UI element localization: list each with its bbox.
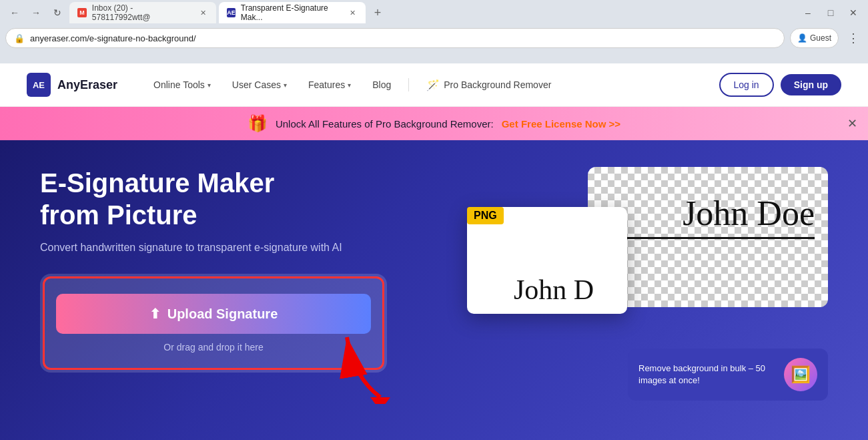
close-window-button[interactable]: ✕: [844, 3, 863, 22]
signature-text-front: John D: [514, 274, 594, 306]
url-text: anyeraser.com/e-signature-no-background/: [30, 33, 776, 43]
reload-button[interactable]: ↻: [48, 3, 67, 22]
chevron-down-icon: ▾: [348, 81, 351, 89]
tab-anyeraser-close[interactable]: ✕: [348, 7, 358, 18]
arrow-indicator: [327, 324, 394, 407]
chevron-down-icon: ▾: [207, 81, 211, 89]
back-button[interactable]: ←: [5, 3, 24, 22]
arrow-svg: [327, 324, 394, 404]
bulk-popup: Remove background in bulk – 50 images at…: [628, 349, 828, 401]
tab-gmail-label: Inbox (20) - 578117992wtt@: [92, 3, 192, 22]
svg-marker-1: [370, 397, 390, 404]
nav-blog[interactable]: Blog: [363, 74, 400, 95]
promo-banner: 🎁 Unlock All Features of Pro Background …: [0, 107, 868, 140]
logo-icon: AE: [27, 73, 51, 97]
upload-signature-button[interactable]: ⬆ Upload Signature: [56, 294, 371, 334]
profile-button[interactable]: 👤 Guest: [790, 28, 839, 48]
bulk-popup-text: Remove background in bulk – 50 images at…: [638, 363, 776, 387]
brand-name: AnyEraser: [57, 78, 117, 92]
new-tab-button[interactable]: +: [368, 3, 387, 22]
hero-subtitle: Convert handwritten signature to transpa…: [40, 242, 387, 254]
bulk-popup-icon: 🖼️: [784, 358, 817, 391]
maximize-button[interactable]: □: [821, 3, 840, 22]
title-bar: ← → ↻ M Inbox (20) - 578117992wtt@ ✕ AE …: [0, 0, 868, 25]
nav-pro-remover[interactable]: 🪄 Pro Background Remover: [417, 73, 560, 97]
ae-favicon: AE: [227, 8, 236, 17]
tab-anyeraser-label: Transparent E-Signature Mak...: [241, 3, 343, 22]
banner-close-button[interactable]: ✕: [847, 116, 857, 131]
wand-icon: 🪄: [426, 79, 440, 91]
browser-menu-button[interactable]: ⋮: [844, 29, 863, 47]
forward-button[interactable]: →: [27, 3, 45, 22]
png-badge: PNG: [467, 207, 504, 224]
nav-actions: Log in Sign up: [719, 73, 841, 97]
address-bar[interactable]: 🔒 anyeraser.com/e-signature-no-backgroun…: [5, 28, 785, 48]
promo-link[interactable]: Get Free License Now >>: [502, 118, 620, 130]
hero-title: E-Signature Makerfrom Picture: [40, 167, 387, 231]
nav-user-cases[interactable]: User Cases ▾: [223, 74, 296, 95]
tab-gmail-close[interactable]: ✕: [197, 7, 208, 18]
drag-drop-text: Or drag and drop it here: [163, 342, 263, 353]
tab-gmail[interactable]: M Inbox (20) - 578117992wtt@ ✕: [69, 2, 216, 23]
website-content: AE AnyEraser Online Tools ▾ User Cases ▾…: [0, 63, 868, 440]
profile-icon: 👤: [797, 33, 807, 43]
promo-text: Unlock All Features of Pro Background Re…: [276, 118, 494, 130]
login-button[interactable]: Log in: [719, 73, 774, 97]
navbar: AE AnyEraser Online Tools ▾ User Cases ▾…: [0, 63, 868, 107]
nav-divider: [408, 78, 409, 91]
upload-icon: ⬆: [149, 306, 161, 322]
upload-button-label: Upload Signature: [167, 306, 278, 322]
signup-button[interactable]: Sign up: [781, 74, 841, 95]
hero-right: John Doe PNG John D Remove background in…: [427, 167, 828, 407]
address-bar-row: 🔒 anyeraser.com/e-signature-no-backgroun…: [0, 25, 868, 51]
signature-underline: [614, 237, 815, 239]
browser-chrome: ← → ↻ M Inbox (20) - 578117992wtt@ ✕ AE …: [0, 0, 868, 63]
profile-label: Guest: [810, 33, 831, 43]
hero-section: E-Signature Makerfrom Picture Convert ha…: [0, 140, 868, 440]
lock-icon: 🔒: [14, 33, 25, 43]
nav-online-tools[interactable]: Online Tools ▾: [144, 74, 220, 95]
tab-anyeraser[interactable]: AE Transparent E-Signature Mak... ✕: [219, 2, 366, 23]
chevron-down-icon: ▾: [284, 81, 287, 89]
window-controls: – □ ✕: [799, 3, 863, 22]
minimize-button[interactable]: –: [799, 3, 817, 22]
gift-icon: 🎁: [248, 114, 268, 133]
logo[interactable]: AE AnyEraser: [27, 73, 117, 97]
nav-links: Online Tools ▾ User Cases ▾ Features ▾ B…: [144, 73, 719, 97]
nav-features[interactable]: Features ▾: [299, 74, 360, 95]
signature-text-bg: John Doe: [683, 194, 815, 233]
gmail-favicon: M: [77, 8, 87, 17]
